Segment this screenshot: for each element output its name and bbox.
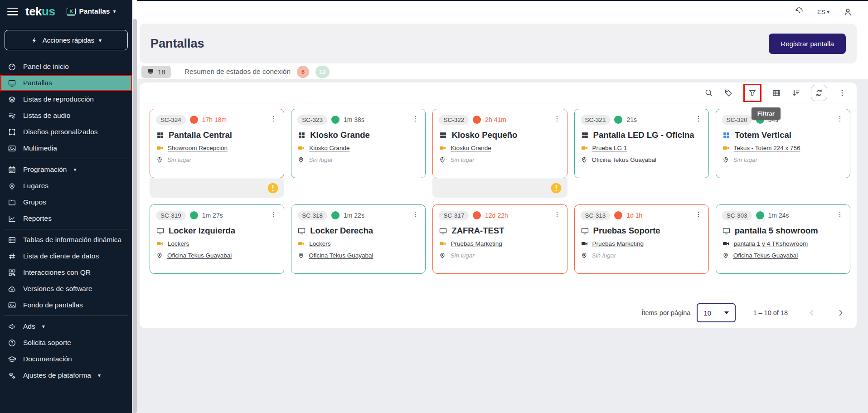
card-menu-button[interactable]: [836, 115, 844, 125]
card-menu-button[interactable]: [694, 210, 703, 220]
sidebar-item-listas-de-reproduccion[interactable]: Listas de reproducción: [0, 91, 132, 107]
sidebar-item-listas-de-audio[interactable]: Listas de audio: [0, 107, 132, 124]
music-icon: [7, 111, 16, 120]
sidebar: tekus K Pantallas Acciones rápidas Panel…: [0, 0, 132, 413]
sidebar-divider: [5, 229, 128, 229]
sidebar-item-fondo-de-pantallas[interactable]: Fondo de pantallas: [0, 297, 132, 313]
card-menu-button[interactable]: [411, 210, 419, 220]
menu-icon[interactable]: [7, 8, 18, 15]
sidebar-item-pantallas[interactable]: Pantallas: [0, 75, 132, 91]
sidebar-item-disenos-personalizados[interactable]: Diseños personalizados: [0, 124, 132, 140]
location-link[interactable]: Oficina Tekus Guayabal: [167, 252, 232, 259]
location-pin-icon: [581, 156, 588, 163]
location-link[interactable]: Oficina Tekus Guayabal: [309, 252, 373, 259]
app-switcher[interactable]: K Pantallas: [67, 7, 116, 15]
online-count-badge[interactable]: 12: [315, 66, 329, 78]
screen-code-badge: SC-319: [156, 211, 186, 220]
sidebar-item-label: Listas de audio: [23, 111, 70, 120]
sidebar-item-ads[interactable]: Ads: [0, 318, 132, 335]
sidebar-item-versiones-de-software[interactable]: Versiones de software: [0, 281, 132, 297]
screen-card[interactable]: SC-31712d 22hZAFRA-TESTPruebas Marketing…: [432, 204, 567, 274]
sort-icon[interactable]: [791, 88, 800, 97]
previous-page-button[interactable]: [807, 308, 817, 318]
screen-card[interactable]: SC-32034sTotem VerticalTekus - Totem 224…: [716, 109, 850, 178]
tableinfo-icon: [7, 235, 16, 244]
sidebar-item-panel-de-inicio[interactable]: Panel de inicio: [0, 58, 132, 75]
screen-card[interactable]: SC-3191m 27sLocker IzquierdaLockersOfici…: [150, 204, 284, 274]
card-menu-button[interactable]: [694, 115, 703, 125]
sidebar-item-programacion[interactable]: Programación: [0, 161, 132, 178]
screen-code-badge: SC-322: [439, 115, 469, 125]
status-dot: [614, 116, 622, 124]
account-icon[interactable]: [843, 7, 853, 17]
image-icon: [7, 144, 16, 153]
sidebar-scrollbar[interactable]: [133, 19, 137, 413]
sidebar-item-multimedia[interactable]: Multimedia: [0, 140, 132, 156]
screen-card[interactable]: SC-3031m 24spantalla 5 showroompantalla …: [716, 204, 850, 274]
screen-card[interactable]: SC-3181m 22sLocker DerechaLockersOficina…: [291, 204, 426, 274]
sidebar-item-lugares[interactable]: Lugares: [0, 178, 132, 194]
location-pin-icon: [297, 252, 305, 259]
sidebar-item-label: Ajustes de plataforma: [23, 371, 91, 379]
location-link[interactable]: Oficina Tekus Guayabal: [592, 156, 656, 163]
screen-code-badge: SC-320: [722, 115, 752, 125]
card-menu-button[interactable]: [836, 210, 844, 220]
screens-panel: Filtrar SC-32417h 18mPantalla CentralSho…: [140, 83, 857, 328]
sidebar-item-interacciones-con-qr[interactable]: Interacciones con QR: [0, 264, 132, 281]
quick-actions-button[interactable]: Acciones rápidas: [5, 30, 128, 50]
screen-card[interactable]: SC-3131d 1hPruebas SoportePruebas Market…: [574, 204, 709, 274]
sidebar-item-grupos[interactable]: Grupos: [0, 194, 132, 210]
playlist-link[interactable]: Tekus - Totem 224 x 756: [734, 145, 800, 151]
sidebar-item-label: Lugares: [23, 181, 48, 190]
playlist-link[interactable]: Kiosko Grande: [451, 145, 491, 151]
warning-icon[interactable]: [550, 182, 562, 194]
screen-card[interactable]: SC-32121sPantalla LED LG - OficinaPrueba…: [574, 109, 709, 178]
search-icon[interactable]: [704, 88, 713, 97]
playlist-link[interactable]: pantalla 1 y 4 TKshowroom: [734, 240, 808, 247]
screen-card[interactable]: SC-3222h 41mKiosko PequeñoKiosko GrandeS…: [432, 109, 567, 178]
sidebar-item-tablas-de-informacion-dinamica[interactable]: Tablas de información dinámica: [0, 232, 132, 248]
next-page-button[interactable]: [836, 308, 846, 318]
screen-card-column: SC-3181m 22sLocker DerechaLockersOficina…: [291, 204, 426, 274]
language-selector[interactable]: ES: [817, 9, 829, 15]
sidebar-item-ajustes-de-plataforma[interactable]: Ajustes de plataforma: [0, 367, 132, 384]
location-link[interactable]: Oficina Tekus Guayabal: [733, 252, 798, 259]
warning-icon[interactable]: [267, 182, 279, 194]
history-icon[interactable]: [794, 7, 804, 17]
filter-icon[interactable]: [743, 84, 761, 102]
status-dot: [473, 116, 481, 124]
playlist-link[interactable]: Showroom Recepción: [168, 145, 228, 151]
playlist-link[interactable]: Kiosko Grande: [309, 145, 349, 151]
playlist-link[interactable]: Lockers: [309, 240, 330, 247]
screen-code-badge: SC-313: [581, 211, 611, 220]
table-view-icon[interactable]: [772, 88, 781, 97]
screen-card[interactable]: SC-3231m 38sKiosko GrandeKiosko GrandeSi…: [291, 109, 426, 178]
sidebar-item-label: Diseños personalizados: [23, 127, 98, 136]
screen-card-column: SC-3031m 24spantalla 5 showroompantalla …: [716, 204, 850, 274]
register-screen-button[interactable]: Registrar pantalla: [769, 34, 846, 54]
sidebar-item-label: Grupos: [23, 198, 46, 206]
playlist-link[interactable]: Prueba LG 1: [592, 145, 627, 151]
sidebar-item-reportes[interactable]: Reportes: [0, 210, 132, 227]
playlist-link[interactable]: Pruebas Marketing: [592, 240, 644, 247]
uptime-label: 1d 1h: [626, 212, 642, 219]
card-menu-button[interactable]: [553, 210, 561, 220]
card-menu-button[interactable]: [270, 210, 278, 220]
playlist-link[interactable]: Pruebas Marketing: [451, 240, 502, 247]
sidebar-item-solicita-soporte[interactable]: Solicita soporte: [0, 335, 132, 351]
offline-count-badge[interactable]: 6: [297, 66, 309, 78]
playlist-link[interactable]: Lockers: [168, 240, 189, 247]
sidebar-item-documentacion[interactable]: Documentación: [0, 351, 132, 367]
card-menu-button[interactable]: [270, 115, 278, 125]
screen-card[interactable]: SC-32417h 18mPantalla CentralShowroom Re…: [150, 109, 284, 178]
monitor-icon: [297, 227, 306, 235]
sidebar-item-lista-de-cliente-de-datos[interactable]: Lista de cliente de datos: [0, 248, 132, 264]
more-options-icon[interactable]: [838, 88, 847, 97]
card-menu-button[interactable]: [411, 115, 419, 125]
sidebar-item-label: Solicita soporte: [23, 338, 71, 347]
card-menu-button[interactable]: [553, 115, 561, 125]
tag-icon[interactable]: [724, 88, 733, 97]
video-camera-icon: [581, 144, 588, 152]
items-per-page-select[interactable]: 10: [697, 303, 736, 322]
refresh-icon[interactable]: [811, 85, 827, 101]
